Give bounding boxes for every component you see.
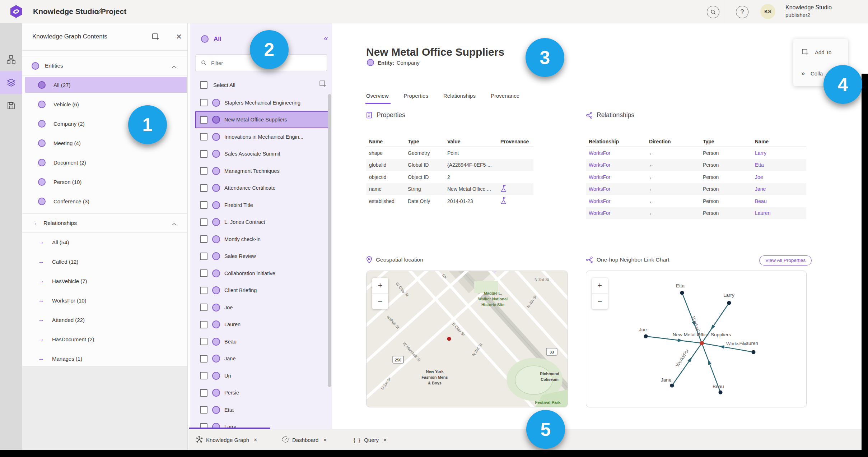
map-zoom-control[interactable]: + −	[372, 278, 388, 309]
close-panel-icon[interactable]: ✕	[176, 32, 182, 41]
list-item[interactable]: Managment Techniques	[195, 162, 328, 180]
view-tab-dashboard[interactable]: Dashboard×	[282, 429, 327, 451]
search-button[interactable]	[707, 6, 719, 18]
list-item[interactable]: L. Jones Contract	[195, 214, 328, 231]
sidebar-item-label: Person (10)	[53, 179, 81, 185]
collapse-action[interactable]: » Colla	[801, 70, 823, 77]
sidebar-item-relationship[interactable]: →HasDocument (2)	[25, 331, 187, 347]
zoom-out-button[interactable]: −	[372, 294, 388, 309]
sidebar-item-relationship[interactable]: →HasVehicle (7)	[25, 273, 187, 289]
add-to-new-icon[interactable]	[319, 80, 327, 88]
relationship-link[interactable]: WorksFor	[586, 174, 646, 180]
related-entity-link[interactable]: Jane	[752, 186, 806, 192]
sidebar-item-relationship[interactable]: →All (54)	[25, 234, 187, 250]
layers-rail-button[interactable]	[0, 71, 22, 94]
related-entity-link[interactable]: Joe	[752, 174, 806, 180]
sidebar-item-entity[interactable]: Conference (3)	[25, 193, 187, 209]
list-item[interactable]: Uri	[195, 367, 328, 384]
relationship-link[interactable]: WorksFor	[586, 186, 646, 192]
list-item[interactable]: Firebird Title	[195, 197, 328, 214]
person-node[interactable]	[727, 301, 731, 305]
select-all-row[interactable]: Select All	[200, 81, 322, 89]
sidebar-item-relationship[interactable]: →Manages (1)	[25, 351, 187, 366]
list-item[interactable]: Persie	[195, 384, 328, 402]
sidebar-item-relationship[interactable]: →WorksFor (10)	[25, 292, 187, 308]
tab-provenance[interactable]: Provenance	[491, 93, 519, 99]
person-node[interactable]	[670, 384, 674, 388]
relationship-link[interactable]: WorksFor	[586, 162, 646, 168]
edit-title-icon[interactable]	[96, 7, 104, 15]
list-item[interactable]: Collaboration initiative	[195, 265, 328, 282]
relationships-section-header[interactable]: → Relationships	[22, 213, 187, 233]
sidebar-item-relationship[interactable]: →Called (12)	[25, 254, 187, 269]
list-item[interactable]: Attendance Certificate	[195, 180, 328, 197]
chevron-up-icon[interactable]	[172, 221, 177, 227]
person-node[interactable]	[752, 350, 756, 354]
person-node[interactable]	[644, 334, 648, 338]
tab-relationships[interactable]: Relationships	[443, 93, 476, 99]
collapse-panel-icon[interactable]: «	[324, 34, 328, 42]
list-item-label: Lauren	[224, 322, 241, 327]
sidebar-item-relationship[interactable]: →Attended (22)	[25, 312, 187, 328]
list-item[interactable]: Staplers Mechanical Engineering	[195, 94, 328, 111]
list-item[interactable]: New Metal Office Suppliers	[195, 111, 328, 129]
view-tab-knowledge-graph[interactable]: Knowledge Graph×	[196, 429, 257, 451]
view-tab-query[interactable]: { }Query×	[354, 429, 387, 451]
map-canvas[interactable]: k RdW Clay StSaN 3rd StMaggie L.Walker N…	[367, 271, 568, 407]
list-item[interactable]: Sales Review	[195, 248, 328, 265]
relationship-link[interactable]: WorksFor	[586, 150, 646, 156]
scrollbar[interactable]	[328, 94, 331, 387]
sidebar-item-entity[interactable]: Person (10)	[25, 174, 187, 190]
entities-section-header[interactable]: Entities	[22, 56, 187, 75]
sidebar-item-entity[interactable]: Vehicle (6)	[25, 96, 187, 112]
related-entity-link[interactable]: Larry	[752, 150, 806, 156]
account-info[interactable]: Knowledge Studio publisher2	[785, 4, 832, 19]
list-item[interactable]: Lauren	[195, 316, 328, 333]
relationships-section-label: Relationships	[43, 220, 77, 226]
close-tab-icon[interactable]: ×	[254, 437, 257, 443]
view-all-properties-button[interactable]: View All Properties	[759, 255, 812, 266]
person-node[interactable]	[719, 391, 723, 394]
chevron-up-icon[interactable]	[172, 64, 177, 70]
avatar[interactable]: KS	[760, 4, 775, 19]
list-item-label: Innovations in Mechanical Engin...	[224, 134, 303, 140]
save-rail-button[interactable]	[0, 94, 22, 117]
route-shield: 250	[393, 356, 403, 363]
relationship-link[interactable]: WorksFor	[586, 210, 646, 216]
list-item[interactable]: Innovations in Mechanical Engin...	[195, 128, 328, 146]
close-tab-icon[interactable]: ×	[323, 437, 326, 443]
related-entity-link[interactable]: Beau	[752, 198, 806, 204]
link-chart-canvas[interactable]: EttaLarryJoeLaurenJaneBeauNew Metal Offi…	[586, 271, 806, 407]
add-to-new-icon[interactable]	[151, 33, 159, 41]
sidebar-item-entity[interactable]: Document (2)	[25, 154, 187, 170]
chart-zoom-control[interactable]: + −	[592, 278, 608, 309]
selected-entity-node[interactable]	[700, 341, 704, 345]
prop-provenance[interactable]	[498, 185, 533, 193]
list-item[interactable]: Etta	[195, 401, 328, 419]
zoom-out-button[interactable]: −	[592, 294, 608, 309]
sidebar-item-entity[interactable]: All (27)	[25, 77, 187, 93]
help-button[interactable]: ?	[736, 6, 748, 18]
related-entity-link[interactable]: Etta	[752, 162, 806, 168]
sidebar-item-entity[interactable]: Meeting (4)	[25, 135, 187, 151]
add-to-action[interactable]: Add To	[801, 48, 831, 56]
zoom-in-button[interactable]: +	[372, 278, 388, 294]
link-chart[interactable]: + − EttaLarryJoeLaurenJaneBeauNew Metal …	[586, 271, 807, 407]
related-entity-link[interactable]: Lauren	[752, 210, 806, 216]
tab-overview[interactable]: Overview	[366, 93, 389, 99]
link-chart-rail-button[interactable]	[0, 48, 22, 71]
list-item[interactable]: Jane	[195, 350, 328, 368]
tab-properties[interactable]: Properties	[404, 93, 428, 99]
list-item[interactable]: Sales Associate Summit	[195, 146, 328, 163]
list-item[interactable]: Client Briefing	[195, 282, 328, 299]
select-all-checkbox[interactable]	[200, 81, 207, 89]
prop-provenance[interactable]	[498, 197, 533, 206]
person-node[interactable]	[680, 291, 684, 295]
zoom-in-button[interactable]: +	[592, 278, 608, 294]
close-tab-icon[interactable]: ×	[383, 437, 387, 443]
list-item[interactable]: Beau	[195, 333, 328, 350]
list-item[interactable]: Joe	[195, 299, 328, 316]
list-item[interactable]: Montly check-in	[195, 231, 328, 248]
geospatial-map[interactable]: + −	[366, 271, 568, 407]
relationship-link[interactable]: WorksFor	[586, 198, 646, 204]
